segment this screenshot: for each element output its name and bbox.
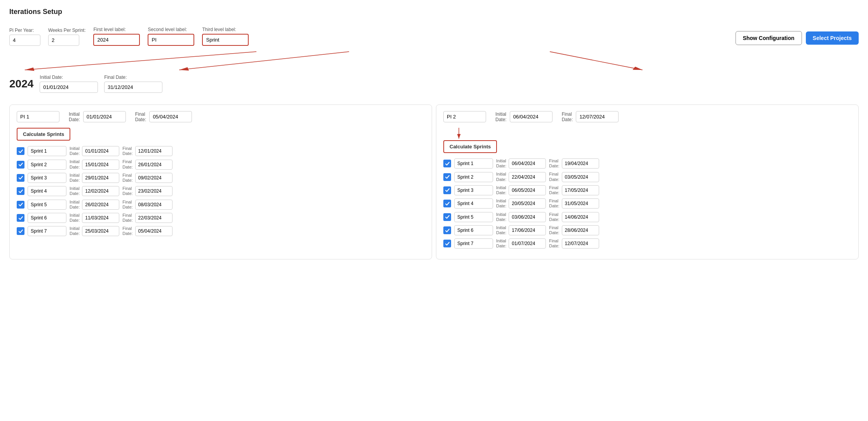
sprint-initial-date-input[interactable]: [82, 146, 119, 156]
sprint-initial-date-input[interactable]: [509, 158, 546, 169]
sprint-row: InitialDate:FinalDate:: [443, 185, 851, 195]
sprint-checkbox[interactable]: [17, 174, 24, 182]
select-projects-button[interactable]: Select Projects: [806, 31, 859, 45]
sprint-final-date-input[interactable]: [135, 173, 173, 183]
sprint-checkbox[interactable]: [17, 147, 24, 155]
sprint-name-input[interactable]: [28, 173, 66, 183]
sprint-initial-date-input[interactable]: [82, 186, 119, 196]
sprint-final-date-pair: FinalDate:: [549, 238, 599, 249]
sprint-name-input[interactable]: [28, 160, 66, 170]
sprint-initial-date-input[interactable]: [82, 200, 119, 210]
sprint-final-date-input[interactable]: [562, 185, 599, 195]
sprint-final-date-input[interactable]: [135, 200, 173, 210]
year-label: 2024: [9, 78, 33, 90]
pi1-name-input[interactable]: [17, 111, 59, 122]
sprint-checkbox[interactable]: [17, 161, 24, 169]
sprint-initial-date-pair: InitialDate:: [496, 185, 546, 195]
pi2-initial-date-input[interactable]: [510, 111, 553, 122]
sprint-row: InitialDate:FinalDate:: [17, 159, 425, 169]
sprint-initial-date-input[interactable]: [82, 226, 119, 236]
year-initial-date-input[interactable]: [40, 82, 98, 93]
pi1-final-date-label: FinalDate:: [135, 111, 146, 122]
second-level-input[interactable]: [148, 34, 194, 46]
sprint-initial-date-input[interactable]: [82, 173, 119, 183]
weeks-per-sprint-input[interactable]: [48, 35, 79, 46]
sprint-row: InitialDate:FinalDate:: [443, 158, 851, 169]
pi2-name-input[interactable]: [443, 111, 486, 122]
sprint-final-date-pair: FinalDate:: [122, 186, 172, 196]
sprint-final-date-input[interactable]: [135, 213, 173, 223]
first-level-input[interactable]: [93, 34, 140, 46]
pi2-final-date-input[interactable]: [576, 111, 619, 122]
sprint-name-input[interactable]: [28, 200, 66, 210]
third-level-input[interactable]: [202, 34, 249, 46]
sprint-final-date-pair: FinalDate:: [549, 212, 599, 222]
pi2-calculate-sprints-button[interactable]: Calculate Sprints: [443, 140, 497, 153]
sprint-name-input[interactable]: [454, 198, 493, 209]
sprint-checkbox[interactable]: [17, 187, 24, 195]
third-level-label: Third level label:: [202, 27, 249, 32]
top-fields: Pi Per Year: Weeks Per Sprint: First lev…: [9, 27, 249, 46]
sprint-initial-date-label: InitialDate:: [496, 158, 506, 169]
sprint-initial-date-input[interactable]: [509, 225, 546, 235]
sprint-final-date-input[interactable]: [135, 186, 173, 196]
sprint-checkbox[interactable]: [17, 227, 24, 235]
pi1-final-date-input[interactable]: [149, 111, 192, 122]
sprint-final-date-input[interactable]: [135, 226, 173, 236]
first-level-label-group: First level label:: [93, 27, 140, 46]
sprint-final-date-input[interactable]: [562, 198, 599, 209]
sprint-name-input[interactable]: [28, 226, 66, 236]
sprint-name-input[interactable]: [28, 213, 66, 223]
sprint-initial-date-input[interactable]: [509, 238, 546, 249]
sprint-initial-date-label: InitialDate:: [496, 185, 506, 195]
sprint-initial-date-input[interactable]: [509, 198, 546, 209]
sprint-initial-date-input[interactable]: [82, 213, 119, 223]
sprint-row: InitialDate:FinalDate:: [443, 198, 851, 209]
sprint-final-date-input[interactable]: [562, 238, 599, 249]
pi1-initial-date-input[interactable]: [83, 111, 126, 122]
sprint-name-input[interactable]: [28, 146, 66, 156]
sprint-checkbox[interactable]: [443, 186, 451, 194]
pi-per-year-input[interactable]: [9, 35, 40, 46]
sprint-initial-date-label: InitialDate:: [496, 225, 506, 235]
sprint-final-date-input[interactable]: [562, 158, 599, 169]
pi2-header: InitialDate: FinalDate:: [443, 111, 851, 122]
sprint-name-input[interactable]: [454, 212, 493, 222]
sprint-initial-date-input[interactable]: [509, 212, 546, 222]
sprint-final-date-input[interactable]: [562, 172, 599, 182]
sprint-initial-date-input[interactable]: [509, 185, 546, 195]
sprint-row: InitialDate:FinalDate:: [443, 212, 851, 222]
sprint-checkbox[interactable]: [443, 200, 451, 207]
sprint-name-input[interactable]: [454, 158, 493, 169]
pi1-sprints-list: InitialDate:FinalDate:InitialDate:FinalD…: [17, 146, 425, 237]
sprint-final-date-pair: FinalDate:: [549, 158, 599, 169]
show-configuration-button[interactable]: Show Configuration: [736, 31, 802, 45]
sprint-final-date-input[interactable]: [562, 225, 599, 235]
sprint-initial-date-input[interactable]: [509, 172, 546, 182]
sprint-checkbox[interactable]: [443, 240, 451, 247]
sprint-initial-date-pair: InitialDate:: [70, 213, 119, 223]
sprint-checkbox[interactable]: [443, 226, 451, 234]
sprint-row: InitialDate:FinalDate:: [443, 225, 851, 235]
sprint-final-date-input[interactable]: [135, 160, 173, 170]
sprint-initial-date-input[interactable]: [82, 160, 119, 170]
sprint-row: InitialDate:FinalDate:: [17, 186, 425, 196]
sprint-checkbox[interactable]: [443, 213, 451, 221]
pi1-calculate-sprints-button[interactable]: Calculate Sprints: [17, 128, 70, 141]
sprint-checkbox[interactable]: [17, 214, 24, 222]
sprint-name-input[interactable]: [454, 185, 493, 195]
year-final-date-input[interactable]: [104, 82, 162, 93]
svg-line-3: [550, 52, 642, 70]
sprint-name-input[interactable]: [454, 225, 493, 235]
pi1-final-date-pair: FinalDate:: [135, 111, 192, 122]
sprint-name-input[interactable]: [454, 172, 493, 182]
sprint-final-date-input[interactable]: [562, 212, 599, 222]
sprint-name-input[interactable]: [454, 238, 493, 249]
sprint-final-date-input[interactable]: [135, 146, 173, 156]
sprint-checkbox[interactable]: [443, 173, 451, 181]
sprint-initial-date-pair: InitialDate:: [70, 200, 119, 210]
sprint-checkbox[interactable]: [17, 201, 24, 209]
sprint-final-date-pair: FinalDate:: [549, 172, 599, 182]
sprint-name-input[interactable]: [28, 186, 66, 196]
sprint-checkbox[interactable]: [443, 160, 451, 167]
